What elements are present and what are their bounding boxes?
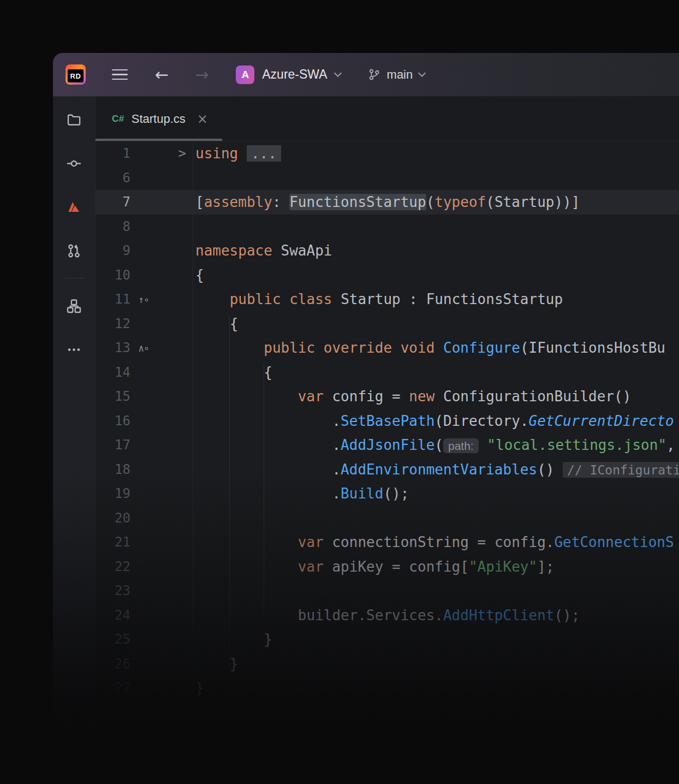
gutter: 27 [96,676,193,700]
azure-icon [67,200,81,215]
tab-title: Startup.cs [132,112,186,126]
branch-name: main [387,68,413,82]
code-line-22[interactable]: 22 var apiKey = config["ApiKey"]; [96,555,679,579]
tab-startup-cs[interactable]: C# Startup.cs × [96,97,222,141]
code-text: var connectionString = config.GetConnect… [193,534,679,550]
code-text: .SetBasePath(Directory.GetCurrentDirecto [193,413,679,429]
code-text: { [193,316,679,332]
hamburger-icon [112,69,128,71]
line-number: 25 [96,632,130,647]
project-name: Azure-SWA [262,67,327,82]
code-line-10[interactable]: 10{ [96,263,679,288]
code-line-8[interactable]: 8 [96,215,679,239]
gutter: 20 [96,506,193,531]
line-number: 16 [96,413,130,429]
line-number: 14 [96,365,130,380]
overriding-member-marker-icon[interactable]: ∧∘ [130,342,157,354]
code-line-12[interactable]: 12 { [96,312,679,336]
line-number: 11 [96,292,130,307]
code-line-6[interactable]: 6 [96,166,679,191]
code-line-26[interactable]: 26 } [96,652,679,676]
code-line-24[interactable]: 24 builder.Services.AddHttpClient(); [96,603,679,628]
line-number: 17 [96,437,130,453]
code-text: var apiKey = config["ApiKey"]; [193,559,679,575]
editor-tab-bar: C# Startup.cs × [96,97,679,141]
line-number: 15 [96,389,130,404]
gutter: 16 [96,409,193,433]
code-line-7[interactable]: 7[assembly: FunctionsStartup(typeof(Star… [96,190,679,215]
sidebar-item-structure[interactable] [62,294,86,318]
project-selector[interactable]: A Azure-SWA [234,62,342,87]
line-number: 20 [96,510,130,526]
main-toolbar: RD ← → A Azure-SWA [53,53,679,97]
csharp-file-icon: C# [112,114,124,124]
git-branch-icon [368,68,380,81]
code-text: } [193,656,679,672]
main-menu-button[interactable] [109,66,131,84]
code-line-9[interactable]: 9namespace SwaApi [96,239,679,263]
back-arrow-icon: ← [155,65,169,84]
sidebar-item-azure[interactable] [62,195,86,219]
back-button[interactable]: ← [151,64,173,85]
code-text: var config = new ConfigurationBuilder() [193,388,679,405]
chevron-down-icon [333,69,341,76]
screen: RD ← → A Azure-SWA [0,0,679,784]
code-line-11[interactable]: 11↑∘ public class Startup : FunctionsSta… [96,287,679,312]
line-number: 6 [96,170,130,186]
sidebar-item-more[interactable] [62,337,86,361]
gutter: 23 [96,579,193,603]
code-line-1[interactable]: 1>using ... [96,141,679,166]
sidebar-divider [64,278,84,278]
code-text: { [193,364,679,381]
line-number: 19 [96,486,130,501]
gutter: 22 [96,555,193,579]
gutter: 17 [96,433,193,458]
gutter: 12 [96,312,193,336]
line-number: 18 [96,462,130,477]
code-text: .AddEnvironmentVariables() // IConfigura… [193,461,679,478]
more-icon [67,342,81,357]
code-line-19[interactable]: 19 .Build(); [96,482,679,506]
code-line-27[interactable]: 27} [96,676,679,700]
gutter: 21 [96,530,193,555]
code-line-15[interactable]: 15 var config = new ConfigurationBuilder… [96,384,679,409]
code-line-16[interactable]: 16 .SetBasePath(Directory.GetCurrentDire… [96,409,679,433]
code-line-14[interactable]: 14 { [96,360,679,385]
code-text: .AddJsonFile(path: "local.settings.json"… [193,437,679,453]
code-line-18[interactable]: 18 .AddEnvironmentVariables() // IConfig… [96,458,679,482]
gutter: 1> [96,141,193,166]
line-number: 7 [96,194,130,210]
code-line-13[interactable]: 13∧∘ public override void Configure(IFun… [96,336,679,360]
code-line-20[interactable]: 20 [96,506,679,531]
gutter: 9 [96,239,193,263]
line-number: 10 [96,268,130,283]
forward-button[interactable]: → [190,64,213,85]
overridden-member-marker-icon[interactable]: ↑∘ [130,294,157,305]
code-text: .Build(); [193,485,679,502]
code-line-23[interactable]: 23 [96,579,679,603]
branch-selector[interactable]: main [366,64,427,85]
gutter: 13∧∘ [96,336,193,360]
code-line-25[interactable]: 25 } [96,627,679,652]
gutter: 18 [96,458,193,482]
sidebar-item-pull-requests[interactable] [62,239,86,263]
gutter: 14 [96,360,193,385]
gutter: 7 [96,190,193,215]
project-avatar: A [236,66,254,84]
line-number: 27 [96,680,130,696]
code-text: public class Startup : FunctionsStartup [193,291,679,307]
code-line-17[interactable]: 17 .AddJsonFile(path: "local.settings.js… [96,433,679,458]
commit-icon [67,156,81,171]
gutter: 10 [96,263,193,288]
sidebar-item-project[interactable] [62,108,86,132]
code-text: using ... [193,145,679,162]
ide-window: RD ← → A Azure-SWA [53,53,679,784]
fold-arrow-icon[interactable]: > [157,146,193,161]
code-line-21[interactable]: 21 var connectionString = config.GetConn… [96,530,679,555]
line-number: 26 [96,656,130,672]
rider-logo: RD [65,64,86,85]
line-number: 24 [96,608,130,623]
folder-icon [67,112,81,127]
close-tab-icon[interactable]: × [197,111,208,127]
sidebar-item-commit[interactable] [62,151,86,175]
